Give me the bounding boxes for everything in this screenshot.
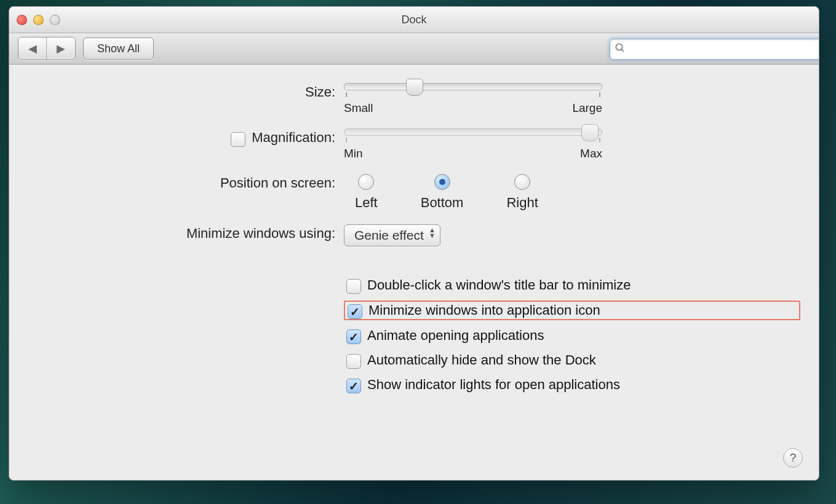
search-icon (615, 42, 626, 57)
position-bottom-radio[interactable] (434, 174, 450, 190)
magnification-min-label: Min (344, 147, 363, 160)
size-max-label: Large (572, 101, 602, 115)
options-list: Double-click a window's title bar to min… (344, 276, 800, 394)
window-controls (17, 15, 60, 25)
minimize-using-value: Genie effect (354, 228, 424, 243)
autohide-checkbox[interactable] (346, 354, 361, 369)
indicator-row: Show indicator lights for open applicati… (344, 376, 800, 394)
chevron-right-icon: ▶ (57, 42, 65, 55)
autohide-row: Automatically hide and show the Dock (344, 351, 800, 369)
magnification-label: Magnification: (252, 128, 335, 147)
minimize-using-row: Minimize windows using: Genie effect ▲▼ (28, 224, 800, 246)
window-title: Dock (9, 14, 819, 26)
zoom-icon[interactable] (50, 15, 60, 25)
toolbar: ◀ ▶ Show All (9, 33, 819, 65)
magnification-row: Magnification: Min Max (28, 128, 800, 160)
forward-button[interactable]: ▶ (47, 37, 75, 60)
animate-label: Animate opening applications (367, 328, 544, 344)
content: Size: Small Large Magnification: (9, 65, 819, 412)
help-button[interactable]: ? (783, 448, 803, 468)
doubleclick-row: Double-click a window's title bar to min… (344, 276, 800, 294)
minimize-icon[interactable] (33, 15, 44, 25)
size-row: Size: Small Large (28, 83, 800, 115)
animate-checkbox[interactable] (346, 329, 361, 344)
indicator-checkbox[interactable] (346, 379, 361, 393)
animate-row: Animate opening applications (344, 326, 800, 345)
minimize-into-icon-label: Minimize windows into application icon (368, 302, 600, 318)
indicator-label: Show indicator lights for open applicati… (367, 377, 620, 393)
magnification-max-label: Max (580, 147, 602, 160)
svg-point-0 (616, 44, 623, 50)
search-field-wrap (610, 39, 810, 58)
position-label: Position on screen: (28, 174, 344, 192)
size-min-label: Small (344, 101, 373, 115)
show-all-button[interactable]: Show All (83, 37, 154, 60)
position-left-radio[interactable] (358, 174, 374, 190)
magnification-slider[interactable] (344, 128, 602, 136)
back-button[interactable]: ◀ (18, 37, 47, 60)
position-bottom-label: Bottom (421, 195, 464, 211)
close-icon[interactable] (17, 15, 27, 25)
magnification-slider-thumb[interactable] (581, 124, 599, 141)
svg-line-1 (621, 49, 624, 52)
minimize-into-icon-row: Minimize windows into application icon (344, 301, 800, 320)
preferences-window: Dock ◀ ▶ Show All Size: (9, 6, 819, 481)
size-label: Size: (28, 83, 344, 101)
size-slider-thumb[interactable] (406, 79, 423, 96)
autohide-label: Automatically hide and show the Dock (367, 352, 596, 368)
nav-segmented: ◀ ▶ (18, 37, 76, 60)
minimize-using-label: Minimize windows using: (28, 224, 344, 243)
position-row: Position on screen: Left Bottom Right (28, 174, 800, 211)
titlebar: Dock (9, 7, 819, 33)
position-radio-group: Left Bottom Right (355, 174, 538, 211)
doubleclick-checkbox[interactable] (346, 279, 361, 294)
position-right-label: Right (506, 195, 538, 211)
magnification-checkbox[interactable] (231, 132, 245, 147)
position-right-radio[interactable] (514, 174, 530, 190)
popup-arrows-icon: ▲▼ (429, 227, 436, 238)
chevron-left-icon: ◀ (28, 42, 37, 55)
minimize-into-icon-checkbox[interactable] (348, 304, 362, 319)
doubleclick-label: Double-click a window's title bar to min… (367, 277, 631, 293)
search-input[interactable] (610, 39, 819, 60)
position-left-label: Left (355, 195, 378, 211)
minimize-using-popup[interactable]: Genie effect ▲▼ (344, 224, 440, 246)
size-slider[interactable] (344, 83, 602, 90)
